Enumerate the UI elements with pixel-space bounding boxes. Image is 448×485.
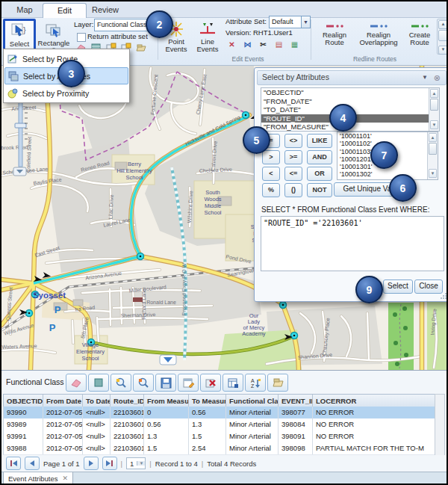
- total-records-label: Total 4 Records: [207, 460, 256, 468]
- dialog-close-icon[interactable]: ⊗: [434, 72, 441, 84]
- switch-selection-button[interactable]: [88, 374, 109, 392]
- svg-text:Academy: Academy: [242, 330, 266, 337]
- svg-text:Middle: Middle: [205, 203, 221, 209]
- resize-grip[interactable]: [440, 292, 447, 300]
- column-header[interactable]: From Measure: [144, 395, 189, 407]
- op-gte-button[interactable]: >=: [284, 150, 302, 164]
- merge-event-icon[interactable]: ⋈: [241, 39, 254, 51]
- value-item[interactable]: '10001302': [337, 170, 438, 178]
- op-notequals-button[interactable]: <>: [284, 134, 302, 148]
- column-header[interactable]: From Date: [43, 395, 83, 407]
- field-item[interactable]: "OBJECTID": [261, 88, 439, 97]
- tab-review[interactable]: Review: [86, 3, 125, 17]
- value-item[interactable]: '10001101': [337, 132, 438, 140]
- table-row[interactable]: 939892012-07-05<null>221036010.561.3Mino…: [3, 418, 439, 431]
- op-like-button[interactable]: LIKE: [307, 134, 332, 148]
- op-gt-button[interactable]: >: [262, 150, 280, 164]
- create-route-icon: [410, 21, 429, 31]
- next-page-button[interactable]: [84, 457, 99, 470]
- zoom-slider-collapse-button: [13, 167, 26, 176]
- rectangle-icon: [45, 22, 63, 40]
- tab-edit[interactable]: Edit: [43, 3, 87, 18]
- attribute-set-combo-arrow[interactable]: ▼: [301, 16, 311, 28]
- edit-dates-button[interactable]: [178, 374, 199, 392]
- zoom-slider-handle: [15, 123, 26, 128]
- pagination-bar: Page 1 of 1 | 1▼ | Record 1 to 4 | Total…: [1, 455, 448, 472]
- where-clause-textarea[interactable]: "ROUTE_ID" ='22103601': [261, 216, 444, 271]
- zoom-to-selection-button[interactable]: [111, 374, 131, 392]
- event-panel-icon[interactable]: ▤: [273, 39, 285, 51]
- table-scrollbar[interactable]: [435, 394, 445, 456]
- tab-event-attributes[interactable]: Event Attributes ✕: [3, 472, 73, 485]
- column-header[interactable]: To Measure: [189, 395, 226, 407]
- op-or-button[interactable]: OR: [307, 167, 332, 181]
- sort-button[interactable]: AZ: [245, 374, 266, 392]
- return-attribute-set-checkbox[interactable]: [77, 33, 86, 42]
- callout-7: 7: [370, 141, 398, 169]
- close-button[interactable]: Close: [414, 279, 443, 294]
- last-page-button[interactable]: [102, 457, 117, 470]
- realign-route-icon: [325, 21, 344, 31]
- realign-route-button[interactable]: Realign Route: [315, 21, 354, 60]
- export-button[interactable]: [267, 374, 288, 392]
- attribute-window-button[interactable]: [223, 374, 243, 392]
- dialog-title: Select by Attributes: [262, 72, 329, 81]
- page-number-combo[interactable]: 1▼: [126, 457, 146, 469]
- table-row[interactable]: 939912012-07-05<null>221036011.31.5Minor…: [3, 430, 439, 443]
- table-row[interactable]: 939882012-07-05<null>221036011.52.54Mino…: [3, 442, 439, 455]
- menu-item-select-by-proximity[interactable]: Select by Proximity: [4, 84, 128, 102]
- split-event-icon[interactable]: ✕: [225, 39, 238, 51]
- edit-events-group-label: Edit Events: [214, 55, 281, 63]
- svg-text:School: School: [126, 174, 143, 181]
- column-header[interactable]: EVENT_ID: [279, 395, 313, 407]
- svg-text:Hill Element'ry: Hill Element'ry: [116, 167, 152, 174]
- callout-3: 3: [57, 60, 85, 87]
- tab-map[interactable]: Map: [9, 3, 40, 17]
- save-button[interactable]: [155, 374, 176, 392]
- prev-page-button[interactable]: [25, 457, 40, 470]
- delete-selected-button[interactable]: [200, 374, 221, 392]
- event-grid-icon[interactable]: ▦: [288, 39, 301, 51]
- snap-event-icon[interactable]: ✂: [257, 39, 270, 51]
- overview-collapse-button[interactable]: [160, 355, 176, 365]
- line-events-button[interactable]: Line Events: [193, 20, 223, 61]
- pan-to-selection-button[interactable]: [133, 374, 154, 392]
- op-percent-button[interactable]: %: [262, 183, 280, 197]
- values-list-scrollbar[interactable]: ▲▼: [427, 132, 438, 179]
- ribbon-scrollbar[interactable]: ▲▼: [437, 19, 448, 55]
- field-list-scrollbar[interactable]: ▲▼: [429, 88, 439, 131]
- column-header[interactable]: To Date: [83, 395, 111, 407]
- op-and-button[interactable]: AND: [307, 150, 332, 164]
- column-header[interactable]: Functional Class: [226, 395, 279, 407]
- clear-table-selection-button[interactable]: [66, 374, 87, 392]
- map-label: Syosset: [33, 291, 66, 300]
- dialog-title-bar[interactable]: Select by Attributes ▼ ⊗: [257, 70, 447, 85]
- create-route-button[interactable]: Create Route: [402, 21, 437, 60]
- attribute-set-combo[interactable]: Default: [269, 16, 304, 28]
- svg-text:Ronald Lane: Ronald Lane: [146, 300, 176, 305]
- column-header[interactable]: LOCERROR: [313, 395, 438, 407]
- svg-text:School: School: [82, 355, 99, 362]
- svg-text:Richard Lane: Richard Lane: [141, 288, 146, 320]
- column-header[interactable]: Route_ID: [111, 395, 144, 407]
- callout-9: 9: [355, 276, 383, 303]
- column-header[interactable]: OBJECTID: [4, 395, 43, 407]
- table-row[interactable]: 939902012-07-05<null>2210360100.56Minor …: [3, 407, 439, 419]
- realign-overlapping-button[interactable]: Realign Overlapping: [357, 21, 400, 60]
- select-query-button[interactable]: Select: [383, 279, 413, 294]
- svg-text:Elementary: Elementary: [76, 348, 105, 355]
- select-by-attributes-dialog: Select by Attributes ▼ ⊗ "OBJECTID" "FRO…: [254, 67, 448, 302]
- tab-close-icon[interactable]: ✕: [63, 475, 69, 482]
- dialog-menu-icon[interactable]: ▼: [422, 71, 428, 84]
- first-page-button[interactable]: [6, 457, 21, 470]
- layer-label: Layer:: [74, 20, 93, 28]
- op-not-button[interactable]: NOT: [307, 183, 332, 197]
- selection-options-icon[interactable]: [134, 43, 147, 55]
- op-lt-button[interactable]: <: [262, 167, 280, 181]
- field-item[interactable]: "FROM_DATE": [261, 97, 439, 106]
- op-lte-button[interactable]: <=: [284, 167, 302, 181]
- op-paren-button[interactable]: (): [284, 183, 302, 197]
- realign-overlapping-icon: [369, 21, 388, 31]
- application-window: Syosset BerryHill Element'rySchool South…: [0, 0, 448, 485]
- attribute-set-label: Attribute Set:: [225, 17, 267, 25]
